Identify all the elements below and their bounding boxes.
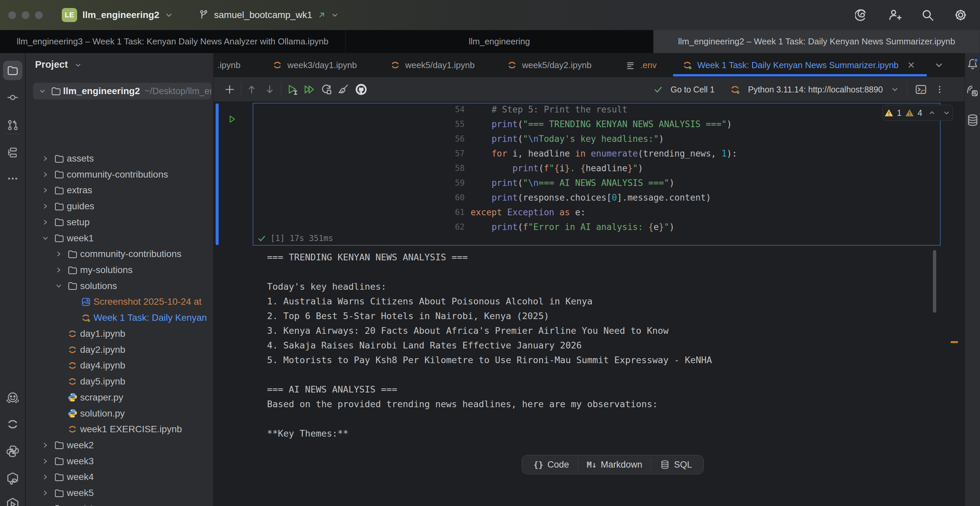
add-code-cell-button[interactable]: {} Code	[525, 460, 578, 470]
hidden-tabs-chevron-icon[interactable]	[933, 59, 947, 73]
tree-file-row[interactable]: scraper.py	[26, 390, 214, 406]
tree-file-row[interactable]: day5.ipynb	[26, 374, 214, 390]
chevron-expanded-icon[interactable]	[52, 282, 65, 290]
tree-folder-row[interactable]: assets	[26, 151, 214, 167]
ai-assistant-icon[interactable]	[855, 8, 869, 22]
close-window-button[interactable]	[8, 11, 16, 19]
chevron-collapsed-icon[interactable]	[39, 186, 52, 194]
tree-file-row[interactable]: Screenshot 2025-10-24 at	[26, 294, 214, 310]
add-sql-cell-button[interactable]: SQL	[651, 460, 701, 470]
tree-file-row[interactable]: day2.ipynb	[26, 342, 214, 358]
chevron-collapsed-icon[interactable]	[39, 218, 52, 227]
tree-folder-row[interactable]: week5	[26, 485, 214, 501]
run-all-cells-icon[interactable]	[303, 83, 315, 96]
code-line[interactable]: 57 for i, headline in enumerate(trending…	[214, 146, 965, 161]
project-switcher[interactable]: llm_engineering2	[83, 10, 159, 21]
restart-kernel-icon[interactable]	[320, 83, 333, 96]
code-line[interactable]: 59 print("\n=== AI NEWS ANALYSIS ===")	[214, 175, 965, 190]
notifications-bell-icon[interactable]	[966, 57, 979, 71]
add-markdown-cell-button[interactable]: M↓ Markdown	[578, 460, 651, 470]
editor-tab[interactable]: week5/day1.ipynb	[377, 53, 491, 77]
kernel-selector[interactable]: Python 3.11.14: http://localhost:8890	[748, 85, 883, 94]
tree-root-row[interactable]: llm_engineering2 ~/Desktop/llm_en	[33, 83, 211, 99]
window-tab[interactable]: llm_engineering	[345, 30, 654, 53]
tree-folder-row[interactable]: week1	[26, 230, 214, 246]
go-to-cell-button[interactable]: Go to Cell 1	[671, 85, 714, 94]
chevron-collapsed-icon[interactable]	[39, 170, 52, 179]
more-tool-windows-button[interactable]	[6, 172, 19, 185]
python-console-tool-button[interactable]	[6, 472, 20, 485]
code-line[interactable]: 58 print(f"{i}. {headline}")	[214, 161, 965, 175]
search-icon[interactable]	[921, 8, 935, 22]
tree-file-row[interactable]: week1 EXERCISE.ipynb	[26, 421, 214, 437]
chevron-collapsed-icon[interactable]	[39, 457, 52, 466]
next-problem-icon[interactable]	[942, 108, 951, 117]
tree-folder-row[interactable]: guides	[26, 198, 214, 214]
tree-file-row[interactable]: solution.py	[26, 406, 214, 422]
output-scrollbar[interactable]	[933, 250, 936, 313]
commit-tool-button[interactable]	[6, 91, 19, 104]
chevron-collapsed-icon[interactable]	[39, 202, 52, 211]
window-tab[interactable]: llm_engineering3 – Week 1 Task: Kenyan D…	[0, 30, 345, 53]
more-options-kebab-icon[interactable]	[935, 84, 945, 94]
chevron-down-icon[interactable]	[330, 10, 339, 20]
tree-folder-row[interactable]: solutions	[26, 278, 214, 294]
chevron-expanded-icon[interactable]	[39, 234, 52, 243]
huggingface-tool-button[interactable]	[6, 391, 20, 405]
tree-folder-row[interactable]: setup	[26, 214, 214, 230]
chevron-down-icon[interactable]	[164, 10, 174, 20]
tree-file-row[interactable]: day1.ipynb	[26, 326, 214, 342]
code-line[interactable]: 56 print("\nToday's key headlines:")	[214, 132, 965, 146]
branch-switcher[interactable]: samuel_bootcamp_wk1	[214, 10, 312, 21]
structure-tool-button[interactable]	[6, 146, 19, 159]
tree-folder-row[interactable]: week2	[26, 437, 214, 453]
editor-tab[interactable]: Week 1 Task: Daily Kenyan News Summarize…	[668, 53, 932, 77]
move-cell-down-icon[interactable]	[264, 84, 275, 95]
editor-tab[interactable]: week3/day1.ipynb	[259, 53, 374, 77]
python-packages-tool-button[interactable]	[6, 444, 20, 458]
tree-folder-row[interactable]: community-contributions	[26, 246, 214, 262]
inspections-widget[interactable]: 1 4	[882, 105, 953, 121]
database-tool-button[interactable]	[966, 113, 979, 127]
zoom-window-button[interactable]	[35, 11, 43, 19]
chevron-collapsed-icon[interactable]	[39, 441, 52, 450]
chevron-collapsed-icon[interactable]	[39, 154, 52, 163]
tree-folder-row[interactable]: week4	[26, 469, 214, 485]
window-tab[interactable]: llm_engineering2 – Week 1 Task: Daily Ke…	[654, 30, 980, 53]
tree-folder-row[interactable]: week6	[26, 501, 214, 506]
tree-folder-row[interactable]: my-solutions	[26, 262, 214, 278]
ai-search-icon[interactable]	[966, 84, 979, 98]
code-line[interactable]: 55 print("=== TRENDING KENYAN NEWS ANALY…	[214, 117, 965, 132]
tree-folder-row[interactable]: community-contributions	[26, 167, 214, 183]
run-cell-icon[interactable]	[286, 83, 299, 96]
chevron-expanded-icon[interactable]	[36, 87, 49, 95]
project-avatar[interactable]: LE	[62, 8, 77, 22]
settings-gear-icon[interactable]	[953, 8, 968, 22]
gutter-run-icon[interactable]	[227, 114, 237, 124]
editor-tab[interactable]: .env	[612, 53, 668, 77]
add-cell-icon[interactable]	[224, 83, 235, 95]
add-user-icon[interactable]	[888, 8, 902, 22]
chevron-collapsed-icon[interactable]	[39, 473, 52, 481]
tree-file-row[interactable]: day4.ipynb	[26, 358, 214, 374]
jupyter-console-icon[interactable]	[915, 83, 927, 96]
github-icon[interactable]	[354, 83, 368, 97]
chevron-collapsed-icon[interactable]	[52, 250, 65, 258]
code-line[interactable]: 54 # Step 5: Print the result	[214, 102, 965, 117]
pull-request-tool-button[interactable]	[6, 119, 19, 132]
chevron-collapsed-icon[interactable]	[39, 504, 52, 506]
chevron-collapsed-icon[interactable]	[52, 266, 65, 274]
code-line[interactable]: 61except Exception as e:	[214, 205, 965, 220]
editor-tab[interactable]: .ipynb	[214, 53, 247, 77]
tree-folder-row[interactable]: week3	[26, 453, 214, 469]
services-tool-button[interactable]	[5, 497, 20, 506]
tree-folder-row[interactable]: extras	[26, 182, 214, 198]
tree-file-row[interactable]: Week 1 Task: Daily Kenyan	[26, 310, 214, 326]
move-cell-up-icon[interactable]	[246, 84, 257, 95]
project-panel-title[interactable]: Project	[35, 59, 83, 70]
editor-tab[interactable]: week5/day2.ipynb	[493, 53, 608, 77]
code-line[interactable]: 62 print(f"Error in AI analysis: {e}")	[214, 220, 965, 234]
jupyter-tool-button[interactable]	[6, 417, 20, 431]
code-line[interactable]: 60 print(response.choices[0].message.con…	[214, 190, 965, 205]
previous-problem-icon[interactable]	[928, 108, 936, 117]
